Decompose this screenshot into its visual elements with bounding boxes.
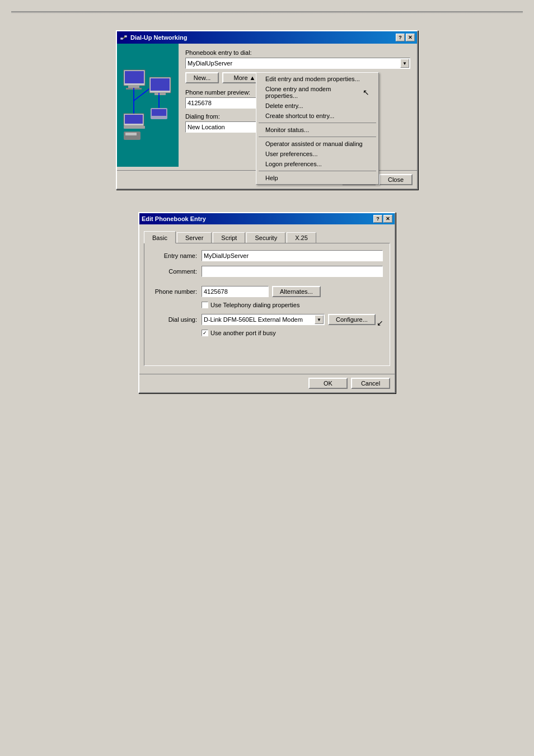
tab-basic-content: Entry name: Comment: Phone number: <box>144 243 390 366</box>
telephony-checkbox[interactable] <box>202 302 208 308</box>
dialup-title: Dial-Up Networking <box>130 34 187 41</box>
more-btn-wrapper: More ▲ Edit entry and modem properties..… <box>222 72 267 83</box>
tabs-row: Basic Server Script Security X.25 <box>144 231 390 243</box>
titlebar-buttons: ? ✕ <box>396 34 415 41</box>
port-busy-checkbox[interactable]: ✓ <box>202 330 208 336</box>
menu-operator-assisted[interactable]: Operator assisted or manual dialing <box>256 139 378 149</box>
alternates-button[interactable]: Alternates... <box>272 286 321 297</box>
phone-number-field: Alternates... <box>202 286 383 297</box>
dialup-body: Phonebook entry to dial: MyDialUpServer … <box>117 44 417 167</box>
tab-basic[interactable]: Basic <box>144 231 176 243</box>
telephony-label: Use Telephony dialing properties <box>210 302 299 308</box>
comment-label: Comment: <box>151 268 202 275</box>
dial-using-row: Dial using: D-Link DFM-560EL External Mo… <box>151 314 383 325</box>
dial-using-select[interactable]: D-Link DFM-560EL External Modem <box>202 314 325 325</box>
menu-sep-3 <box>259 171 376 171</box>
port-busy-label: Use another port if busy <box>210 330 276 336</box>
svg-rect-9 <box>124 126 145 129</box>
tab-server[interactable]: Server <box>177 232 212 243</box>
tab-script[interactable]: Script <box>213 232 245 243</box>
edit-titlebar-left: Edit Phonebook Entry <box>142 215 206 222</box>
edit-button-row: OK Cancel <box>139 374 395 392</box>
dialup-icon <box>119 33 128 42</box>
dialup-titlebar: Dial-Up Networking ? ✕ <box>117 31 417 44</box>
cancel-button[interactable]: Cancel <box>351 378 390 389</box>
svg-rect-15 <box>151 78 170 91</box>
menu-delete-entry[interactable]: Delete entry... <box>256 101 378 111</box>
dial-using-label: Dial using: <box>151 316 202 323</box>
cursor-icon: ↖ <box>363 88 369 97</box>
help-button[interactable]: ? <box>396 34 405 41</box>
cursor-icon-configure: ↙ <box>377 318 383 327</box>
phonebook-select[interactable]: MyDialUpServer <box>185 58 410 69</box>
menu-create-shortcut[interactable]: Create shortcut to entry... <box>256 111 378 121</box>
edit-close-button[interactable]: ✕ <box>383 215 392 223</box>
menu-sep-2 <box>259 137 376 137</box>
edit-titlebar-buttons: ? ✕ <box>373 215 392 223</box>
top-separator <box>11 11 523 13</box>
phone-number-row: Phone number: Alternates... <box>151 286 383 297</box>
entry-name-row: Entry name: <box>151 250 383 261</box>
dial-using-arrow: ▼ <box>315 315 324 324</box>
titlebar-left: Dial-Up Networking <box>119 33 187 42</box>
port-busy-checkbox-row: ✓ Use another port if busy <box>202 330 383 336</box>
dial-using-field: D-Link DFM-560EL External Modem ▼ Config… <box>202 314 383 325</box>
network-illustration <box>123 69 173 142</box>
close-button[interactable]: ✕ <box>406 34 415 41</box>
phonebook-label: Phonebook entry to dial: <box>185 49 410 56</box>
entry-name-field <box>202 250 383 261</box>
svg-rect-5 <box>128 86 139 88</box>
tab-security[interactable]: Security <box>246 232 285 243</box>
menu-monitor-status[interactable]: Monitor status... <box>256 125 378 135</box>
menu-logon-prefs[interactable]: Logon preferences... <box>256 159 378 169</box>
more-dropdown-menu: Edit entry and modem properties... Clone… <box>256 72 379 185</box>
dialup-close-button[interactable]: Close <box>379 174 413 185</box>
configure-button[interactable]: Configure... <box>328 314 376 325</box>
edit-title: Edit Phonebook Entry <box>142 215 206 222</box>
svg-rect-18 <box>152 109 166 116</box>
svg-rect-11 <box>125 133 137 135</box>
edit-help-button[interactable]: ? <box>373 215 382 223</box>
menu-clone-entry[interactable]: Clone entry and modem properties... ↖ <box>256 84 378 101</box>
entry-name-input[interactable] <box>202 250 383 261</box>
phone-number-label: Phone number: <box>151 288 202 295</box>
svg-rect-4 <box>125 71 144 83</box>
comment-field <box>202 266 383 277</box>
edit-titlebar: Edit Phonebook Entry ? ✕ <box>139 213 395 224</box>
comment-input[interactable] <box>202 266 383 277</box>
select-arrow-icon: ▼ <box>400 59 409 68</box>
menu-user-prefs[interactable]: User preferences... <box>256 149 378 159</box>
edit-content: Basic Server Script Security X.25 Entry … <box>139 224 395 370</box>
menu-edit-entry[interactable]: Edit entry and modem properties... <box>256 74 378 84</box>
comment-row: Comment: <box>151 266 383 277</box>
new-button[interactable]: New... <box>185 72 219 83</box>
dialup-networking-window: Dial-Up Networking ? ✕ <box>116 30 418 190</box>
tab-x25[interactable]: X.25 <box>287 232 316 243</box>
phone-number-input[interactable] <box>202 286 269 297</box>
svg-rect-8 <box>125 115 143 124</box>
telephony-checkbox-row: Use Telephony dialing properties <box>202 302 383 308</box>
svg-rect-16 <box>154 93 166 95</box>
menu-sep-1 <box>259 123 376 123</box>
svg-rect-0 <box>120 37 123 40</box>
ok-button[interactable]: OK <box>308 378 348 389</box>
dialup-right-panel: Phonebook entry to dial: MyDialUpServer … <box>179 44 417 167</box>
edit-phonebook-window: Edit Phonebook Entry ? ✕ Basic Server Sc… <box>138 212 396 393</box>
menu-help[interactable]: Help <box>256 173 378 183</box>
entry-name-label: Entry name: <box>151 252 202 259</box>
dialup-left-panel <box>117 44 179 167</box>
